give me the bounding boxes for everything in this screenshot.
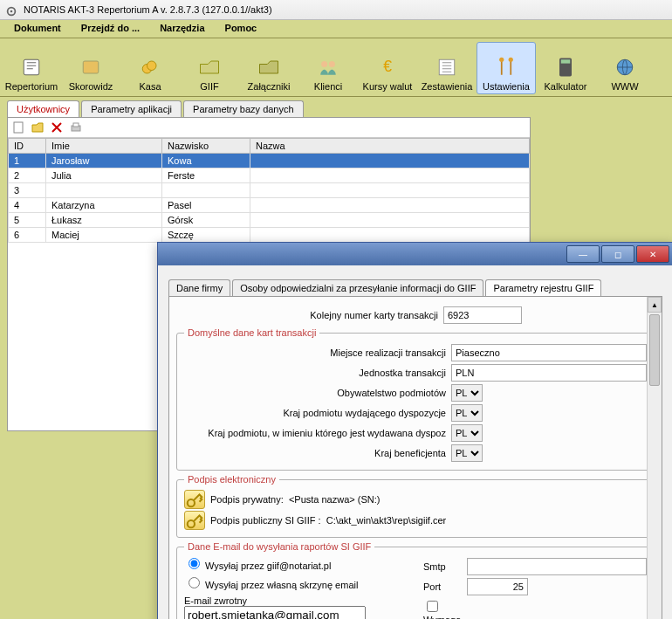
kolejny-input[interactable] bbox=[443, 306, 522, 324]
svg-rect-9 bbox=[439, 59, 455, 75]
col-imie[interactable]: Imie bbox=[46, 139, 162, 154]
tb-klienci[interactable]: Klienci bbox=[298, 42, 358, 94]
tab-param-app[interactable]: Parametry aplikacji bbox=[81, 100, 182, 117]
svg-point-10 bbox=[499, 58, 504, 62]
group-signature: Podpis elektroniczny Podpis prywatny: <P… bbox=[176, 474, 655, 538]
group-email: Dane E-mail do wysyłania raportów SI GII… bbox=[176, 541, 655, 619]
col-id[interactable]: ID bbox=[9, 139, 46, 154]
key-icon[interactable] bbox=[184, 511, 205, 530]
delete-icon[interactable] bbox=[50, 120, 64, 134]
giif-panel: Kolejny numer karty transakcji Domyślne … bbox=[168, 296, 662, 619]
table-row[interactable]: 3 bbox=[9, 183, 530, 198]
menu-przejdz[interactable]: Przejdź do ... bbox=[72, 20, 148, 36]
tb-giif[interactable]: GIIF bbox=[180, 42, 239, 94]
menu-narzedzia[interactable]: Narzędzia bbox=[151, 20, 213, 36]
key-icon[interactable] bbox=[184, 490, 205, 509]
svg-point-6 bbox=[321, 61, 327, 67]
titlebar: NOTARIS AKT-3 Repertorium A v. 2.8.7.3 (… bbox=[0, 0, 672, 20]
folder-icon[interactable] bbox=[31, 120, 45, 134]
scroll-up-icon[interactable]: ▲ bbox=[648, 297, 662, 313]
sig-pub-value: C:\akt_win\akt3\rep\sigiif.cer bbox=[326, 515, 447, 526]
window-title: NOTARIS AKT-3 Repertorium A v. 2.8.7.3 (… bbox=[24, 4, 272, 15]
email-return-input[interactable] bbox=[184, 606, 366, 619]
dialog-tabs: Dane firmy Osoby odpowiedzialni za przes… bbox=[168, 279, 662, 296]
table-row[interactable]: 5ŁukaszGórsk bbox=[9, 213, 530, 228]
table-row[interactable]: 1JarosławKowa bbox=[9, 154, 530, 169]
menubar: Dokument Przejdź do ... Narzędzia Pomoc bbox=[0, 20, 672, 38]
close-button[interactable]: ✕ bbox=[636, 245, 669, 263]
radio-giif[interactable]: Wysyłaj przez giif@notariat.pl bbox=[184, 561, 331, 571]
svg-text:€: € bbox=[383, 58, 392, 75]
smtp-input[interactable] bbox=[467, 558, 647, 575]
group-default-legend: Domyślne dane kart transakcji bbox=[184, 327, 319, 338]
main-tabs: Użytkownicy Parametry aplikacji Parametr… bbox=[7, 100, 665, 117]
table-row[interactable]: 6MaciejSzczę bbox=[9, 228, 530, 243]
port-input[interactable] bbox=[467, 578, 528, 595]
svg-rect-17 bbox=[73, 123, 79, 127]
dialog-titlebar[interactable]: — ◻ ✕ bbox=[158, 243, 672, 265]
print-icon[interactable] bbox=[69, 120, 83, 134]
tb-kasa[interactable]: Kasa bbox=[120, 42, 180, 94]
tb-kalkulator[interactable]: Kalkulator bbox=[536, 42, 595, 94]
scroll-thumb[interactable] bbox=[649, 314, 660, 386]
tab-param-db[interactable]: Parametry bazy danych bbox=[183, 100, 304, 117]
svg-rect-13 bbox=[561, 59, 571, 63]
svg-rect-3 bbox=[83, 61, 99, 73]
tb-kursy[interactable]: €Kursy walut bbox=[358, 42, 417, 94]
col-nazwa[interactable]: Nazwa bbox=[250, 139, 530, 154]
tb-repertorium[interactable]: Repertorium bbox=[2, 42, 61, 94]
svg-point-7 bbox=[329, 61, 335, 67]
add-icon[interactable] bbox=[11, 120, 25, 134]
tab-uzytkownicy[interactable]: Użytkownicy bbox=[7, 100, 79, 117]
svg-rect-15 bbox=[14, 122, 23, 133]
svg-rect-2 bbox=[24, 59, 39, 75]
toolbar: Repertorium Skorowidz Kasa GIIF Załączni… bbox=[0, 38, 672, 97]
tab-param-giif[interactable]: Parametry rejestru GIIF bbox=[485, 279, 601, 296]
kraj-wyd-select[interactable]: PL bbox=[451, 404, 483, 422]
menu-pomoc[interactable]: Pomoc bbox=[216, 20, 266, 36]
sig-priv-label: Podpis prywatny: bbox=[210, 494, 284, 505]
panel-scrollbar[interactable]: ▲ ▼ bbox=[647, 297, 662, 619]
app-icon bbox=[5, 4, 17, 17]
radio-own[interactable]: Wysyłaj przez własną skrzynę email bbox=[184, 580, 358, 590]
svg-point-5 bbox=[147, 61, 157, 71]
col-nazwisko[interactable]: Nazwisko bbox=[162, 139, 250, 154]
table-row[interactable]: 2JuliaFerste bbox=[9, 169, 530, 183]
tb-zalaczniki[interactable]: Załączniki bbox=[239, 42, 298, 94]
users-table: ID Imie Nazwisko Nazwa 1JarosławKowa 2Ju… bbox=[8, 138, 530, 243]
table-row[interactable]: 4KatarzynaPasel bbox=[9, 198, 530, 213]
maximize-button[interactable]: ◻ bbox=[601, 245, 634, 263]
tab-dane-firmy[interactable]: Dane firmy bbox=[168, 279, 230, 296]
auth-checkbox[interactable]: Wymaga uwierzytelniania bbox=[423, 598, 467, 619]
tb-skorowidz[interactable]: Skorowidz bbox=[61, 42, 120, 94]
tab-osoby[interactable]: Osoby odpowiedzialni za przesyłanie info… bbox=[232, 279, 483, 296]
menu-dokument[interactable]: Dokument bbox=[5, 20, 70, 36]
obywatelstwo-select[interactable]: PL bbox=[451, 384, 483, 402]
svg-point-1 bbox=[10, 10, 13, 13]
kraj-imieniu-select[interactable]: PL bbox=[451, 424, 483, 442]
jednostka-input[interactable] bbox=[451, 364, 647, 382]
tb-www[interactable]: WWW bbox=[595, 42, 655, 94]
email-return-label: E-mail zwrotny bbox=[184, 595, 408, 606]
tb-zestawienia[interactable]: Zestawienia bbox=[417, 42, 477, 94]
sig-pub-label: Podpis publiczny SI GIIF : bbox=[210, 515, 321, 526]
group-default-data: Domyślne dane kart transakcji Miejsce re… bbox=[176, 327, 655, 471]
tb-ustawienia[interactable]: Ustawienia bbox=[477, 42, 536, 94]
kraj-benef-select[interactable]: PL bbox=[451, 444, 483, 462]
miejsce-input[interactable] bbox=[451, 344, 647, 361]
group-sig-legend: Podpis elektroniczny bbox=[184, 474, 279, 485]
minimize-button[interactable]: — bbox=[566, 245, 600, 263]
kolejny-label: Kolejny numer karty transakcji bbox=[176, 310, 443, 320]
svg-point-11 bbox=[509, 58, 513, 62]
sig-priv-value: <Pusta nazwa> (SN:) bbox=[289, 494, 381, 505]
settings-dialog: — ◻ ✕ Dane firmy Osoby odpowiedzialni za… bbox=[157, 242, 672, 619]
group-email-legend: Dane E-mail do wysyłania raportów SI GII… bbox=[184, 541, 374, 552]
